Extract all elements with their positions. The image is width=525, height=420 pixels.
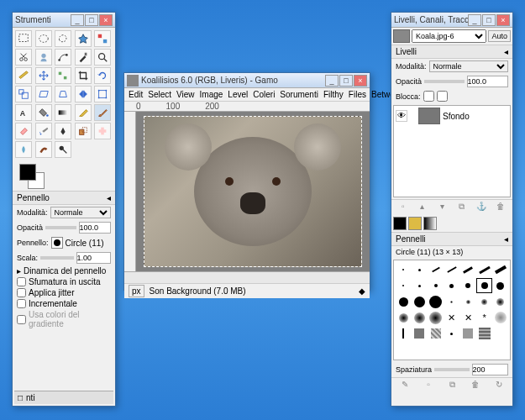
- tool-crop[interactable]: [75, 67, 92, 84]
- fade-checkbox[interactable]: [17, 277, 26, 286]
- brush-item[interactable]: [412, 326, 427, 341]
- brush-item[interactable]: [460, 294, 475, 309]
- brush-item[interactable]: [493, 262, 508, 277]
- brush-item[interactable]: [428, 310, 444, 325]
- brush-item[interactable]: [428, 326, 444, 341]
- brush-item[interactable]: [396, 262, 411, 277]
- tool-heal[interactable]: [94, 123, 111, 139]
- layer-opacity-slider[interactable]: [424, 80, 464, 83]
- tool-pencil[interactable]: [75, 104, 92, 121]
- tool-eraser[interactable]: [15, 123, 32, 139]
- close-button[interactable]: ×: [354, 75, 367, 87]
- tool-zoom[interactable]: [94, 49, 111, 66]
- menu-image[interactable]: Image: [200, 90, 223, 99]
- pattern-preview[interactable]: [408, 217, 422, 230]
- brush-item[interactable]: [396, 310, 411, 325]
- brush-item[interactable]: [428, 294, 444, 309]
- tool-scale[interactable]: [15, 86, 32, 102]
- tool-rect-select[interactable]: [15, 30, 32, 47]
- brush-item[interactable]: [493, 294, 508, 309]
- tool-paths[interactable]: [55, 49, 71, 66]
- duplicate-layer-icon[interactable]: ⧉: [456, 202, 468, 213]
- doc-dropdown[interactable]: Koala.jpg-6: [412, 29, 486, 43]
- brush-item[interactable]: [444, 278, 459, 293]
- tool-blur[interactable]: [15, 141, 32, 158]
- minimize-button[interactable]: _: [71, 14, 84, 26]
- tool-paintbrush[interactable]: [94, 104, 111, 121]
- layer-mode-select[interactable]: Normale: [429, 60, 508, 72]
- brush-preview[interactable]: [393, 217, 407, 230]
- menu-edit[interactable]: Edit: [129, 90, 143, 99]
- tool-flip[interactable]: [75, 86, 92, 102]
- opacity-value[interactable]: [79, 222, 111, 234]
- tool-move[interactable]: [35, 67, 52, 84]
- close-button[interactable]: ×: [496, 14, 510, 26]
- menu-colors[interactable]: Coleri: [253, 90, 275, 99]
- menu-level[interactable]: Level: [228, 90, 248, 99]
- maximize-button[interactable]: □: [85, 14, 98, 26]
- tool-fuzzy-select[interactable]: [75, 30, 92, 47]
- brush-item[interactable]: [460, 262, 475, 277]
- maximize-button[interactable]: □: [339, 75, 353, 87]
- jitter-checkbox[interactable]: [17, 288, 26, 297]
- tool-bucket-fill[interactable]: [35, 104, 52, 121]
- menu-select[interactable]: Select: [148, 90, 171, 99]
- menu-tools[interactable]: Sorumenti: [280, 90, 318, 99]
- brush-item[interactable]: [412, 310, 427, 325]
- unit-select[interactable]: px: [129, 285, 144, 297]
- brush-item[interactable]: *: [476, 310, 491, 325]
- tool-perspective[interactable]: [55, 86, 71, 102]
- menu-filters[interactable]: Filthy: [323, 90, 344, 99]
- tool-blend[interactable]: [55, 104, 71, 121]
- mode-select[interactable]: Normale: [50, 207, 111, 218]
- image-titlebar[interactable]: Koalilisios 6.0 (RGB, Liveris) - Gamo _ …: [124, 73, 370, 88]
- brush-item[interactable]: [460, 278, 475, 293]
- brush-item[interactable]: ✕: [444, 310, 459, 325]
- expand-icon[interactable]: ▸: [17, 266, 21, 276]
- delete-brush-icon[interactable]: 🗑: [470, 380, 481, 391]
- brush-item[interactable]: [476, 294, 491, 309]
- brush-item[interactable]: [493, 310, 508, 325]
- scale-slider[interactable]: [40, 256, 74, 260]
- tool-ink[interactable]: [55, 123, 71, 139]
- menu-view[interactable]: View: [176, 90, 195, 99]
- spacing-value[interactable]: [472, 364, 508, 375]
- raise-layer-icon[interactable]: ▴: [417, 202, 428, 213]
- brush-item[interactable]: [396, 294, 411, 309]
- tool-foreground-select[interactable]: [35, 49, 52, 66]
- brush-item[interactable]: [428, 262, 444, 277]
- tool-ellipse-select[interactable]: [35, 30, 52, 47]
- duplicate-brush-icon[interactable]: ⧉: [446, 380, 458, 391]
- nav-icon[interactable]: ◆: [359, 286, 365, 296]
- brush-item[interactable]: [476, 326, 491, 341]
- tool-free-select[interactable]: [55, 30, 71, 47]
- brush-item[interactable]: [396, 326, 411, 341]
- layer-item[interactable]: 👁 Sfondo: [394, 106, 510, 126]
- layers-titlebar[interactable]: Livelli, Canali, Tracciati, Annulla - P.…: [391, 13, 512, 28]
- menu-icon[interactable]: ◂: [504, 47, 508, 56]
- auto-button[interactable]: Auto: [488, 30, 511, 42]
- tool-scissors[interactable]: [15, 49, 32, 66]
- tool-align[interactable]: [55, 67, 71, 84]
- new-brush-icon[interactable]: ▫: [423, 380, 434, 391]
- gradient-checkbox[interactable]: [17, 315, 26, 324]
- brush-item[interactable]: [412, 262, 427, 277]
- tool-measure[interactable]: [15, 67, 32, 84]
- tool-dodge[interactable]: [55, 141, 71, 158]
- menu-files[interactable]: Files: [349, 90, 366, 99]
- minimize-button[interactable]: _: [468, 14, 481, 26]
- toolbox-titlebar[interactable]: Strumenti _ □ ×: [13, 13, 115, 28]
- layer-opacity-value[interactable]: [467, 76, 508, 87]
- lower-layer-icon[interactable]: ▾: [436, 202, 448, 213]
- tool-color-select[interactable]: [94, 30, 111, 47]
- brush-item[interactable]: [396, 278, 411, 293]
- anchor-layer-icon[interactable]: ⚓: [475, 202, 487, 213]
- tool-cage[interactable]: [94, 86, 111, 102]
- tool-text[interactable]: A: [15, 104, 32, 121]
- brush-item[interactable]: [476, 278, 491, 293]
- brush-item[interactable]: [412, 294, 427, 309]
- edit-brush-icon[interactable]: ✎: [399, 380, 411, 391]
- tool-smudge[interactable]: [35, 141, 52, 158]
- visibility-icon[interactable]: 👁: [396, 110, 407, 122]
- brush-item[interactable]: [493, 278, 508, 293]
